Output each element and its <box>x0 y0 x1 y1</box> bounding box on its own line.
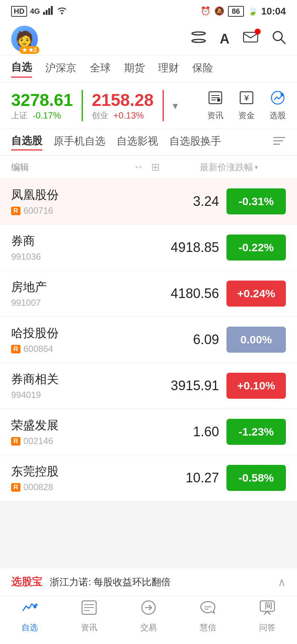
banner-collapse-icon[interactable]: ∧ <box>278 576 286 589</box>
nav-tabs: 自选 沪深京 全球 期货 理财 保险 <box>0 56 297 82</box>
leaf-icon: 🍃 <box>248 6 258 16</box>
nav-tab-insurance[interactable]: 保险 <box>192 61 213 77</box>
nav-item-zixun[interactable]: 资讯 <box>59 599 119 641</box>
cy-value: 2158.28 <box>92 90 153 110</box>
battery-icon: 86 <box>228 6 244 17</box>
nav-wenda-label: 问答 <box>259 622 275 633</box>
th-edit: 编辑 <box>11 161 133 173</box>
stock-code-wrap: 991007 <box>11 298 152 308</box>
sub-tab-yingshi[interactable]: 自选影视 <box>117 134 158 150</box>
stock-code-wrap: 994019 <box>11 390 152 400</box>
nav-zixun-label: 资讯 <box>81 622 97 633</box>
market-index-sh[interactable]: 3278.61 上证 -0.17% <box>11 90 83 121</box>
tool-funds[interactable]: ¥ 资金 <box>238 90 255 121</box>
svg-line-9 <box>281 39 285 43</box>
tool-select[interactable]: 选股 <box>270 90 286 121</box>
stock-change: -0.58% <box>226 465 286 491</box>
market-tools: 资讯 ¥ 资金 选股 <box>207 90 286 121</box>
funds-icon: ¥ <box>239 90 254 109</box>
stock-badge: R <box>11 437 20 446</box>
stock-name: 荣盛发展 <box>11 417 152 434</box>
nav-tab-wealth[interactable]: 理财 <box>158 61 179 77</box>
mail-badge <box>255 29 261 35</box>
stock-item[interactable]: 东莞控股 R 000828 10.27 -0.58% <box>0 455 297 501</box>
bottom-banner[interactable]: 选股宝 浙江力诺: 每股收益环比翻倍 ∧ <box>0 568 297 596</box>
menu-icon[interactable] <box>191 30 206 47</box>
stock-item[interactable]: 凤凰股份 R 600716 3.24 -0.31% <box>0 179 297 224</box>
stock-item[interactable]: 券商 991036 4918.85 -0.22% <box>0 225 297 270</box>
search-icon[interactable] <box>272 30 286 48</box>
nav-tab-futures[interactable]: 期货 <box>124 61 145 77</box>
stock-info: 凤凰股份 R 600716 <box>11 187 152 216</box>
stock-name: 券商 <box>11 233 152 249</box>
sh-label: 上证 <box>11 110 27 121</box>
nav-huixin-icon <box>199 599 216 620</box>
tool-funds-label: 资金 <box>238 110 255 121</box>
banner-text: 浙江力诺: 每股收益环比翻倍 <box>50 576 278 589</box>
nav-item-wenda[interactable]: 问 问答 <box>238 599 297 641</box>
stock-code-wrap: R 600864 <box>11 344 152 354</box>
stock-name: 券商相关 <box>11 371 152 388</box>
stock-name: 东莞控股 <box>11 463 152 480</box>
header-left: 🧑 ★ ★2 <box>11 26 38 52</box>
nav-tab-global[interactable]: 全球 <box>90 61 111 77</box>
status-right: ⏰ 🔕 86 🍃 10:04 <box>200 6 286 17</box>
stock-code-wrap: 991036 <box>11 252 152 262</box>
th-sort-arrow[interactable]: ▾ <box>255 163 258 171</box>
table-header: 编辑 ↔ ⊞ 最新价 涨跌幅 ▾ <box>0 156 297 179</box>
stock-change: +0.10% <box>226 373 286 399</box>
nav-item-huixin[interactable]: 慧信 <box>178 599 238 641</box>
stock-code-wrap: R 000828 <box>11 482 152 492</box>
mail-icon[interactable] <box>243 31 258 47</box>
stock-change: -0.31% <box>226 188 286 214</box>
stock-name: 房地产 <box>11 279 152 295</box>
stock-price: 10.27 <box>152 470 219 486</box>
nav-item-jiaoyi[interactable]: 交易 <box>119 599 178 641</box>
status-left: HD 4G <box>11 5 68 17</box>
nav-jiaoyi-label: 交易 <box>140 622 157 633</box>
nav-zixi-label: 自选 <box>22 622 38 633</box>
nav-tab-hushen[interactable]: 沪深京 <box>45 61 76 77</box>
nav-tab-zixi[interactable]: 自选 <box>11 60 32 78</box>
svg-text:问: 问 <box>265 602 272 610</box>
stock-change: +0.24% <box>226 281 286 307</box>
stock-code: 600716 <box>23 206 53 216</box>
tool-select-label: 选股 <box>270 110 286 121</box>
font-icon[interactable]: A <box>220 31 229 47</box>
svg-rect-14 <box>217 98 220 101</box>
stock-price: 3915.91 <box>152 378 219 394</box>
svg-rect-1 <box>46 10 48 15</box>
stock-code: 000828 <box>23 482 53 492</box>
market-index-cy[interactable]: 2158.28 创业 +0.13% <box>92 90 163 121</box>
dropdown-arrow[interactable]: ▾ <box>173 100 178 112</box>
svg-point-5 <box>192 32 205 35</box>
stock-list: 凤凰股份 R 600716 3.24 -0.31% 券商 991036 4918… <box>0 179 297 501</box>
nav-jiaoyi-icon <box>140 599 157 620</box>
stock-item[interactable]: 券商相关 994019 3915.91 +0.10% <box>0 363 297 408</box>
th-expand-icon[interactable]: ↔ <box>133 161 144 173</box>
sub-tab-zixinggu[interactable]: 自选股 <box>11 134 42 151</box>
stock-price: 4918.85 <box>152 240 219 255</box>
stock-item[interactable]: 房地产 991007 4180.56 +0.24% <box>0 271 297 316</box>
bottom-nav: 自选 资讯 交易 慧信 <box>0 596 297 644</box>
stock-info: 券商相关 994019 <box>11 371 152 400</box>
svg-point-6 <box>192 39 205 42</box>
nav-zixun-icon <box>81 599 98 620</box>
sub-tab-huanshou[interactable]: 自选股换手 <box>169 134 221 150</box>
svg-text:¥: ¥ <box>244 93 249 103</box>
stock-code-wrap: R 600716 <box>11 206 152 216</box>
nav-huixin-label: 慧信 <box>200 622 216 633</box>
stock-item[interactable]: 哈投股份 R 600864 6.09 0.00% <box>0 317 297 362</box>
sub-tab-yuanshouji[interactable]: 原手机自选 <box>53 134 105 150</box>
avatar[interactable]: 🧑 ★ ★2 <box>11 26 38 52</box>
nav-item-zixi[interactable]: 自选 <box>0 599 59 641</box>
sort-icon[interactable] <box>272 135 286 149</box>
th-grid-icon[interactable]: ⊞ <box>151 161 160 173</box>
stock-code: 002146 <box>23 436 53 446</box>
tool-news[interactable]: 资讯 <box>207 90 223 121</box>
svg-rect-3 <box>51 6 53 15</box>
stock-item[interactable]: 荣盛发展 R 002146 1.60 -1.23% <box>0 409 297 454</box>
th-icons: ↔ ⊞ <box>133 161 160 173</box>
stock-price: 3.24 <box>152 194 219 209</box>
avatar-face: 🧑 <box>15 30 34 48</box>
